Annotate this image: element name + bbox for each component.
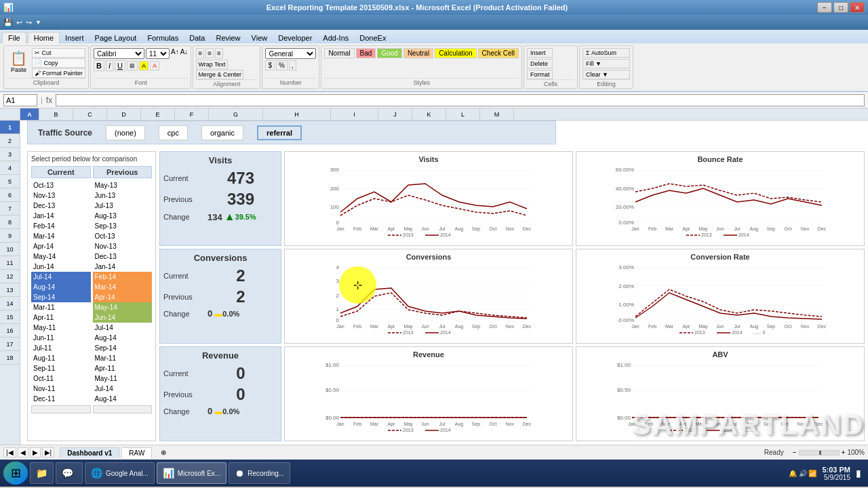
taskbar-filezilla[interactable]: 📁: [30, 462, 54, 484]
current-item-2[interactable]: Nov-13: [31, 190, 91, 201]
font-color-btn[interactable]: A: [150, 61, 159, 70]
style-good[interactable]: Good: [377, 48, 401, 58]
merge-center-btn[interactable]: Merge & Center: [196, 70, 243, 79]
tab-formulas[interactable]: Formulas: [142, 33, 184, 43]
sheet-first-btn[interactable]: |◀: [3, 447, 16, 458]
current-item-15[interactable]: May-11: [31, 323, 91, 333]
current-item-20[interactable]: Oct-11: [31, 373, 91, 384]
prev-item-20[interactable]: May-11: [93, 373, 153, 384]
format-painter-button[interactable]: 🖌 Format Painter: [32, 68, 85, 78]
start-button[interactable]: ⊞: [3, 462, 28, 485]
formula-fx-btn[interactable]: fx: [46, 96, 52, 105]
traffic-referral-option[interactable]: referral: [257, 125, 302, 140]
align-left-btn[interactable]: ≡: [196, 48, 204, 58]
delete-cells-btn[interactable]: Delete: [527, 59, 553, 68]
previous-list-scrollbar[interactable]: [93, 405, 153, 413]
sheet-tab-add[interactable]: ⊕: [154, 447, 173, 458]
tab-home[interactable]: Home: [28, 32, 60, 43]
tab-insert[interactable]: Insert: [60, 33, 90, 43]
current-item-17[interactable]: Jul-11: [31, 343, 91, 353]
sheet-next-btn[interactable]: ▶: [30, 447, 41, 458]
prev-item-9[interactable]: Jan-14: [93, 262, 153, 272]
current-item-6[interactable]: Mar-14: [31, 231, 91, 241]
decrease-font-btn[interactable]: A↓: [180, 48, 189, 59]
current-item-3[interactable]: Dec-13: [31, 201, 91, 211]
clear-btn[interactable]: Clear ▼: [583, 70, 630, 79]
align-center-btn[interactable]: ≡: [205, 48, 214, 58]
prev-item-3[interactable]: Jul-13: [93, 201, 153, 211]
traffic-cpc-option[interactable]: cpc: [159, 125, 188, 140]
current-item-14[interactable]: Apr-11: [31, 312, 91, 323]
show-desktop-btn[interactable]: ▮: [856, 468, 861, 479]
current-item-4[interactable]: Jan-14: [31, 211, 91, 221]
tab-review[interactable]: Review: [210, 33, 245, 43]
prev-item-14[interactable]: Jun-14: [93, 312, 153, 323]
highlight-btn[interactable]: A: [139, 61, 149, 70]
tab-add-ins[interactable]: Add-Ins: [317, 33, 354, 43]
tab-data[interactable]: Data: [184, 33, 210, 43]
tab-developer[interactable]: Developer: [273, 33, 317, 43]
tab-file[interactable]: File: [2, 32, 26, 43]
comma-btn[interactable]: ,: [289, 60, 296, 70]
current-item-10[interactable]: Jul-14: [31, 272, 91, 282]
clock[interactable]: 5:03 PM 5/9/2015: [822, 466, 850, 481]
formula-input[interactable]: [56, 94, 865, 106]
prev-item-12[interactable]: Apr-14: [93, 292, 153, 302]
taskbar-excel[interactable]: 📊 Microsoft Ex...: [157, 462, 226, 484]
style-bad[interactable]: Bad: [356, 48, 376, 58]
taskbar-skype[interactable]: 💬: [56, 462, 83, 484]
paste-button[interactable]: 📋 Paste: [7, 48, 31, 75]
current-item-22[interactable]: Dec-11: [31, 394, 91, 404]
font-size-select[interactable]: 11: [146, 48, 170, 59]
prev-item-13[interactable]: May-14: [93, 302, 153, 312]
prev-item-19[interactable]: Apr-11: [93, 363, 153, 373]
prev-item-10[interactable]: Feb-14: [93, 272, 153, 282]
redo-qa-btn[interactable]: ↪: [26, 18, 32, 27]
zoom-out-btn[interactable]: −: [793, 449, 797, 456]
underline-btn[interactable]: U: [115, 60, 125, 71]
current-item-7[interactable]: Apr-14: [31, 241, 91, 251]
fill-btn[interactable]: Fill ▼: [583, 59, 630, 68]
font-name-select[interactable]: Calibri: [94, 48, 144, 59]
taskbar-chrome[interactable]: 🌐 Google Anal...: [85, 462, 155, 484]
prev-item-7[interactable]: Nov-13: [93, 241, 153, 251]
current-item-12[interactable]: Sep-14: [31, 292, 91, 302]
sheet-tab-dashboard[interactable]: Dashboard v1: [60, 447, 119, 458]
zoom-in-btn[interactable]: +: [842, 449, 846, 456]
autosum-btn[interactable]: Σ AutoSum: [583, 48, 630, 58]
prev-item-18[interactable]: Mar-11: [93, 353, 153, 363]
current-item-16[interactable]: Jun-11: [31, 333, 91, 343]
italic-btn[interactable]: I: [106, 60, 113, 71]
prev-item-8[interactable]: Dec-13: [93, 251, 153, 262]
prev-item-16[interactable]: Aug-14: [93, 333, 153, 343]
taskbar-recording[interactable]: ⏺ Recording...: [229, 462, 290, 484]
current-item-5[interactable]: Feb-14: [31, 221, 91, 231]
traffic-none-option[interactable]: (none): [106, 125, 145, 140]
maximize-button[interactable]: □: [833, 2, 848, 13]
qa-dropdown-btn[interactable]: ▼: [35, 19, 41, 26]
minimize-button[interactable]: −: [817, 2, 832, 13]
border-btn[interactable]: ⊞: [127, 61, 138, 70]
zoom-slider[interactable]: [799, 450, 840, 455]
current-item-9[interactable]: Jun-14: [31, 262, 91, 272]
close-button[interactable]: ✕: [850, 2, 865, 13]
wrap-text-btn[interactable]: Wrap Text: [196, 60, 227, 69]
current-item-8[interactable]: May-14: [31, 251, 91, 262]
style-check-cell[interactable]: Check Cell: [478, 48, 519, 58]
copy-button[interactable]: 📄 Copy: [32, 58, 85, 68]
current-item-19[interactable]: Sep-11: [31, 363, 91, 373]
prev-item-1[interactable]: May-13: [93, 180, 153, 190]
tab-page-layout[interactable]: Page Layout: [90, 33, 142, 43]
prev-item-6[interactable]: Oct-13: [93, 231, 153, 241]
current-item-1[interactable]: Oct-13: [31, 180, 91, 190]
sheet-tab-raw[interactable]: RAW: [121, 447, 152, 458]
current-item-21[interactable]: Nov-11: [31, 384, 91, 394]
prev-item-4[interactable]: Aug-13: [93, 211, 153, 221]
style-neutral[interactable]: Neutral: [403, 48, 433, 58]
sheet-last-btn[interactable]: ▶|: [42, 447, 55, 458]
currency-btn[interactable]: $: [265, 60, 275, 70]
align-right-btn[interactable]: ≡: [215, 48, 223, 58]
name-box[interactable]: [3, 94, 37, 106]
current-item-11[interactable]: Aug-14: [31, 282, 91, 292]
sheet-prev-btn[interactable]: ◀: [18, 447, 28, 458]
